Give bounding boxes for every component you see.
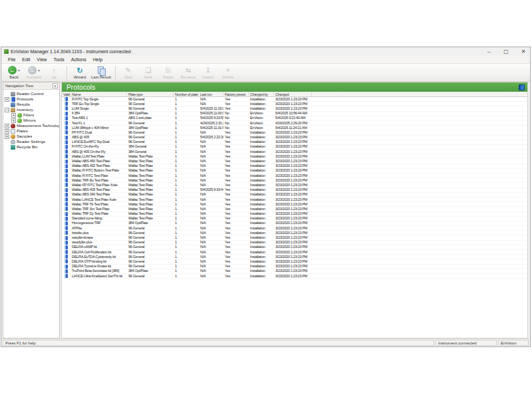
sidebar-item-results[interactable]: Results (5, 102, 59, 107)
rename-icon: ⇆ (186, 66, 191, 74)
chevron-down-icon[interactable]: ▾ (38, 68, 40, 72)
sidebar-item-plates[interactable]: +Plates (5, 128, 59, 134)
sidebar-item-inventory[interactable]: −Inventory (5, 107, 59, 112)
expand-icon[interactable]: + (11, 113, 16, 118)
expand-icon[interactable]: + (5, 97, 9, 102)
protocol-icon (65, 207, 68, 211)
cell-changed_by: Installation (249, 255, 274, 259)
paste-icon: ⎘ (166, 66, 171, 74)
cell-valid (62, 144, 70, 149)
cell-changed: 3/23/2020 1:23:23 PM (274, 250, 312, 255)
menu-edit[interactable]: Edit (19, 57, 33, 62)
chevron-down-icon[interactable]: ▾ (18, 68, 20, 72)
cell-changed_by: Installation (249, 269, 274, 273)
new-button[interactable]: ✎New (118, 65, 138, 80)
expand-icon[interactable]: + (5, 129, 9, 134)
menu-help[interactable]: Help (90, 57, 106, 62)
sidebar-item-measurement-technologies[interactable]: +Measurement Technologies (5, 123, 59, 128)
cell-name: Wallac Fl FITC Test Plate (70, 174, 127, 178)
sidebar-item-samples[interactable]: +Samples (5, 134, 59, 139)
sidebar-item-protocols[interactable]: +Protocols (5, 96, 59, 102)
cell-name: DELFIA EuTDA Cytotoxicity kit (70, 255, 127, 259)
cell-plate_type: Wallac Test Plate (127, 216, 174, 221)
close-button[interactable]: ✕ (519, 47, 527, 56)
help-book-icon[interactable] (519, 84, 525, 90)
cell-changed: 3/23/2020 1:23:23 PM (274, 226, 312, 231)
protocol-icon (65, 174, 68, 178)
expand-icon[interactable]: + (5, 124, 9, 128)
column-header-valid[interactable]: Valid (62, 92, 70, 96)
back-button[interactable]: ←▾Back (4, 65, 24, 80)
protocol-icon (65, 265, 68, 269)
cell-last_run: N/A (199, 211, 223, 216)
up-button[interactable]: ↑Up (44, 65, 64, 80)
column-header-changed_by[interactable]: Changed by (249, 92, 274, 96)
status-connection: Instrument connected (436, 340, 497, 346)
cell-changed_by: Installation (249, 198, 274, 202)
rename-button[interactable]: ⇆Rename (178, 65, 198, 80)
protocol-icon (65, 112, 68, 116)
protocol-icon (65, 202, 68, 206)
column-header-name[interactable]: Name (70, 92, 127, 96)
menu-actions[interactable]: Actions (68, 57, 90, 62)
cell-changed_by: EnVision (249, 121, 274, 126)
cell-factory: Yes (223, 178, 249, 183)
cell-factory: Yes (223, 144, 249, 149)
column-header-last_run[interactable]: Last run (199, 92, 223, 96)
sidebar-item-reader-settings[interactable]: Reader Settings (5, 139, 59, 144)
inventory-icon (11, 108, 15, 112)
cell-changed: 3/23/2020 1:23:23 PM (274, 259, 312, 264)
protocol-icon (65, 154, 68, 158)
protocol-icon (65, 169, 68, 173)
protocol-icon (65, 140, 68, 144)
column-header-factory[interactable]: Factory preset (223, 92, 249, 96)
cell-changed: 5/4/2025 10:56:44 AM (274, 111, 312, 116)
close-icon[interactable]: x (53, 83, 58, 88)
wizard-button[interactable]: ↻Wizard (70, 65, 90, 80)
column-header-changed[interactable]: Changed (274, 92, 312, 96)
cell-changed_by: Installation (249, 274, 274, 279)
cell-changed: 3/23/2020 1:23:23 PM (274, 274, 312, 279)
title-bar[interactable]: EnVision Manager 1.14.3049.1193 - Instru… (1, 47, 530, 56)
forward-button[interactable]: →▾Forward (24, 65, 44, 80)
sidebar-item-mirrors[interactable]: +Mirrors (5, 118, 59, 123)
cell-changed_by: Installation (249, 164, 274, 168)
menu-view[interactable]: View (33, 57, 50, 62)
cell-plates: 1 (174, 259, 199, 264)
cell-plate_type: Wallac Test Plate (127, 207, 174, 211)
cell-last_run: N/A (199, 269, 223, 273)
cell-plates: 1 (174, 106, 199, 111)
column-header-plates[interactable]: Number of plates (174, 92, 199, 96)
collapse-icon[interactable]: − (5, 108, 9, 112)
cell-changed: 3/23/2020 1:23:23 PM (274, 269, 312, 273)
menu-tools[interactable]: Tools (50, 57, 67, 62)
copy-button[interactable]: ❏New (138, 65, 158, 80)
reader-settings-icon (11, 140, 15, 144)
table-row[interactable]: LANCE Ultra KinaSelect Ser/Thr kit96 Gen… (62, 274, 527, 279)
new-icon: ✎ (126, 66, 131, 74)
cell-plates: 1 (174, 140, 199, 144)
cell-changed: 3/23/2020 1:23:23 PM (274, 192, 312, 197)
expand-icon[interactable]: + (11, 118, 16, 123)
cell-plates: 1 (174, 116, 199, 120)
sidebar-item-label: Measurement Technologies (17, 124, 59, 128)
minimize-button[interactable]: – (485, 47, 493, 56)
cell-factory: Yes (223, 164, 249, 168)
sidebar-item-reader-control[interactable]: Reader Control (5, 91, 59, 96)
cell-plates: 1 (174, 164, 199, 168)
import-button[interactable]: ↧Import (198, 65, 218, 80)
cell-last_run: N/A (199, 235, 223, 240)
delete-button[interactable]: ×Delete (218, 65, 238, 80)
last-result-button[interactable]: Last Result (90, 65, 112, 80)
protocol-icon (65, 245, 68, 249)
cell-valid (62, 264, 70, 269)
sidebar-item-recycle-bin[interactable]: Recycle Bin (5, 144, 59, 150)
maximize-button[interactable]: ▢ (502, 47, 510, 56)
expand-icon[interactable]: + (5, 134, 9, 139)
menu-file[interactable]: File (5, 57, 19, 62)
sidebar-item-filters[interactable]: +Filters (5, 112, 59, 118)
column-header-plate_type[interactable]: Plate type (127, 92, 174, 96)
cell-changed_by: Installation (249, 221, 274, 225)
protocol-icon (65, 269, 68, 273)
paste-button[interactable]: ⎘Paste (158, 65, 178, 80)
